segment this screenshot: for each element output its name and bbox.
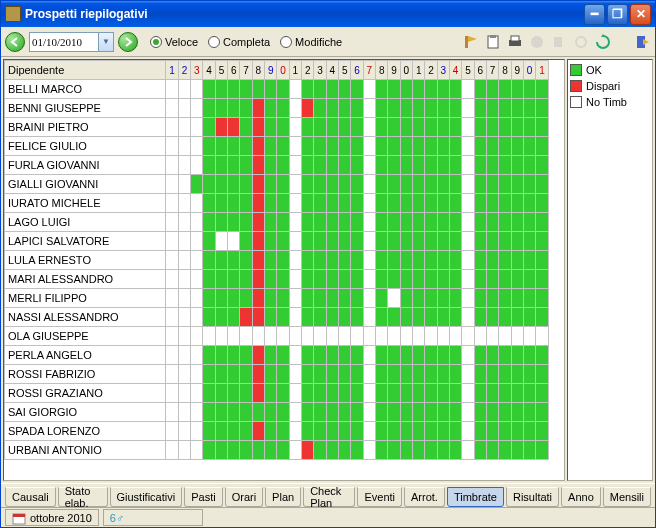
day-cell[interactable] <box>425 289 437 308</box>
day-cell[interactable] <box>289 365 301 384</box>
day-cell[interactable] <box>302 289 314 308</box>
col-day[interactable]: 3 <box>191 61 203 80</box>
tab-risultati[interactable]: Risultati <box>506 487 559 507</box>
col-day[interactable]: 1 <box>536 61 549 80</box>
day-cell[interactable] <box>376 80 388 99</box>
day-cell[interactable] <box>462 289 474 308</box>
day-cell[interactable] <box>302 403 314 422</box>
day-cell[interactable] <box>462 441 474 460</box>
day-cell[interactable] <box>400 213 412 232</box>
day-cell[interactable] <box>437 80 449 99</box>
day-cell[interactable] <box>252 232 264 251</box>
day-cell[interactable] <box>449 99 461 118</box>
day-cell[interactable] <box>536 194 549 213</box>
day-cell[interactable] <box>449 251 461 270</box>
employee-cell[interactable]: NASSI ALESSANDRO <box>5 308 166 327</box>
day-cell[interactable] <box>425 441 437 460</box>
day-cell[interactable] <box>388 441 400 460</box>
day-cell[interactable] <box>462 327 474 346</box>
day-cell[interactable] <box>252 289 264 308</box>
day-cell[interactable] <box>228 156 240 175</box>
day-cell[interactable] <box>326 232 338 251</box>
day-cell[interactable] <box>486 327 498 346</box>
day-cell[interactable] <box>474 118 486 137</box>
day-cell[interactable] <box>425 118 437 137</box>
employee-cell[interactable]: PERLA ANGELO <box>5 346 166 365</box>
day-cell[interactable] <box>511 289 523 308</box>
day-cell[interactable] <box>462 213 474 232</box>
day-cell[interactable] <box>536 327 549 346</box>
day-cell[interactable] <box>413 327 425 346</box>
flag-icon[interactable] <box>463 34 479 50</box>
day-cell[interactable] <box>191 213 203 232</box>
tab-plan[interactable]: Plan <box>265 487 301 507</box>
day-cell[interactable] <box>388 289 400 308</box>
day-cell[interactable] <box>191 175 203 194</box>
day-cell[interactable] <box>462 251 474 270</box>
day-cell[interactable] <box>215 99 227 118</box>
day-cell[interactable] <box>400 441 412 460</box>
day-cell[interactable] <box>265 327 277 346</box>
day-cell[interactable] <box>413 156 425 175</box>
col-day[interactable]: 0 <box>277 61 289 80</box>
day-cell[interactable] <box>289 156 301 175</box>
day-cell[interactable] <box>400 346 412 365</box>
day-cell[interactable] <box>191 327 203 346</box>
day-cell[interactable] <box>277 118 289 137</box>
day-cell[interactable] <box>228 289 240 308</box>
day-cell[interactable] <box>252 365 264 384</box>
day-cell[interactable] <box>228 80 240 99</box>
day-cell[interactable] <box>277 422 289 441</box>
day-cell[interactable] <box>523 175 535 194</box>
day-cell[interactable] <box>425 251 437 270</box>
day-cell[interactable] <box>376 156 388 175</box>
print-icon[interactable] <box>507 34 523 50</box>
day-cell[interactable] <box>203 251 215 270</box>
day-cell[interactable] <box>326 403 338 422</box>
day-cell[interactable] <box>511 308 523 327</box>
day-cell[interactable] <box>265 422 277 441</box>
day-cell[interactable] <box>400 175 412 194</box>
day-cell[interactable] <box>449 365 461 384</box>
day-cell[interactable] <box>523 346 535 365</box>
day-cell[interactable] <box>449 118 461 137</box>
day-cell[interactable] <box>462 270 474 289</box>
day-cell[interactable] <box>376 384 388 403</box>
day-cell[interactable] <box>437 232 449 251</box>
day-cell[interactable] <box>511 327 523 346</box>
day-cell[interactable] <box>376 289 388 308</box>
day-cell[interactable] <box>425 270 437 289</box>
day-cell[interactable] <box>265 251 277 270</box>
day-cell[interactable] <box>191 156 203 175</box>
day-cell[interactable] <box>302 365 314 384</box>
day-cell[interactable] <box>462 232 474 251</box>
day-cell[interactable] <box>203 422 215 441</box>
day-cell[interactable] <box>425 365 437 384</box>
table-row[interactable]: SPADA LORENZO <box>5 422 549 441</box>
tab-giustificativi[interactable]: Giustificativi <box>110 487 183 507</box>
col-day[interactable]: 7 <box>363 61 375 80</box>
close-button[interactable]: ✕ <box>630 4 651 25</box>
day-cell[interactable] <box>363 403 375 422</box>
day-cell[interactable] <box>326 441 338 460</box>
day-cell[interactable] <box>400 384 412 403</box>
day-cell[interactable] <box>252 99 264 118</box>
day-cell[interactable] <box>499 441 511 460</box>
col-day[interactable]: 9 <box>511 61 523 80</box>
day-cell[interactable] <box>252 194 264 213</box>
day-cell[interactable] <box>388 194 400 213</box>
day-cell[interactable] <box>437 327 449 346</box>
day-cell[interactable] <box>425 403 437 422</box>
day-cell[interactable] <box>413 213 425 232</box>
day-cell[interactable] <box>449 403 461 422</box>
day-cell[interactable] <box>486 384 498 403</box>
day-cell[interactable] <box>388 346 400 365</box>
tab-mensili[interactable]: Mensili <box>603 487 651 507</box>
day-cell[interactable] <box>462 99 474 118</box>
day-cell[interactable] <box>339 270 351 289</box>
day-cell[interactable] <box>486 270 498 289</box>
day-cell[interactable] <box>252 251 264 270</box>
day-cell[interactable] <box>400 365 412 384</box>
day-cell[interactable] <box>289 403 301 422</box>
day-cell[interactable] <box>240 99 252 118</box>
